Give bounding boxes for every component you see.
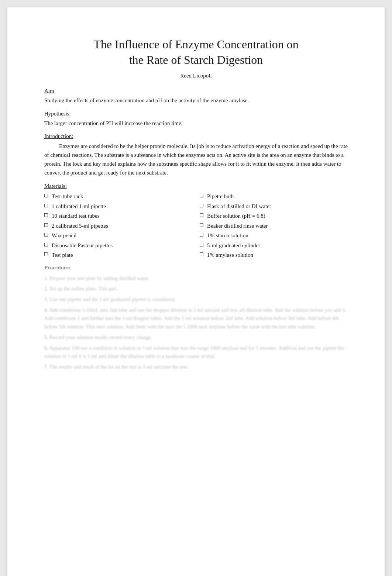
bullet-icon [200,233,203,237]
list-item: Test plate [44,251,192,259]
materials-left-column: Test-tube rack 1 calibrated 1-ml pipette… [44,192,192,259]
list-item: Pipette bulb [200,192,348,201]
main-title: The Influence of Enzyme Concentration on… [44,37,348,68]
bullet-icon [44,194,48,197]
procedures-section: Procedure: 1. Prepare your test plate by… [44,265,348,371]
bullet-icon [200,204,203,207]
bullet-icon [200,223,203,227]
introduction-paragraph: Enzymes are considered to be the helper … [44,142,348,177]
list-item: Disposable Pasteur pipettes [44,241,192,250]
list-item: Buffer solution (pH = 6.8) [200,212,348,220]
materials-right-column: Pipette bulb Flask of distilled or DI wa… [200,192,348,259]
bullet-icon [44,204,48,207]
hypothesis-text: The larger concentration of PH will incr… [44,119,348,128]
list-item: 1 calibrated 1-ml pipette [44,202,192,211]
materials-label: Materials: [44,183,348,189]
bullet-icon [44,223,48,227]
list-item: Beaker distilled rinse water [200,222,348,230]
list-item: Test-tube rack [44,192,192,201]
title-section: The Influence of Enzyme Concentration on… [44,37,348,79]
procedure-block: 1. Prepare your test plate by adding dis… [44,275,348,371]
procedures-label: Procedure: [44,265,348,271]
materials-section: Materials: Test-tube rack 1 calibrated 1… [44,183,348,259]
list-item: 5-ml graduated cylinder [200,241,348,250]
list-item: Flask of distilled or DI water [200,202,348,211]
bullet-icon [200,213,203,217]
list-item: 2 calibrated 5-ml pipettes [44,222,192,230]
introduction-label: Introduction: [44,133,348,139]
list-item: 1% starch solution [200,231,348,240]
bullet-icon [44,243,48,246]
bullet-icon [200,243,203,246]
bullet-icon [44,252,48,256]
list-item: 1% amylase solution [200,251,348,259]
bullet-icon [44,233,48,237]
bullet-icon [200,252,203,256]
introduction-section: Introduction: Enzymes are considered to … [44,133,348,177]
hypothesis-label: Hypothesis: [44,111,348,117]
hypothesis-section: Hypothesis: The larger concentration of … [44,111,348,128]
bullet-icon [44,213,48,217]
document-page: The Influence of Enzyme Concentration on… [7,7,385,576]
aim-text: Studying the effects of enzyme concentra… [44,96,348,105]
list-item: Wax pencil [44,231,192,240]
author-name: Reed Licopoli [44,73,348,79]
list-item: 10 standard test tubes [44,212,192,220]
aim-label: Aim [44,88,348,94]
materials-grid: Test-tube rack 1 calibrated 1-ml pipette… [44,192,348,259]
aim-section: Aim Studying the effects of enzyme conce… [44,88,348,105]
bullet-icon [200,194,203,197]
